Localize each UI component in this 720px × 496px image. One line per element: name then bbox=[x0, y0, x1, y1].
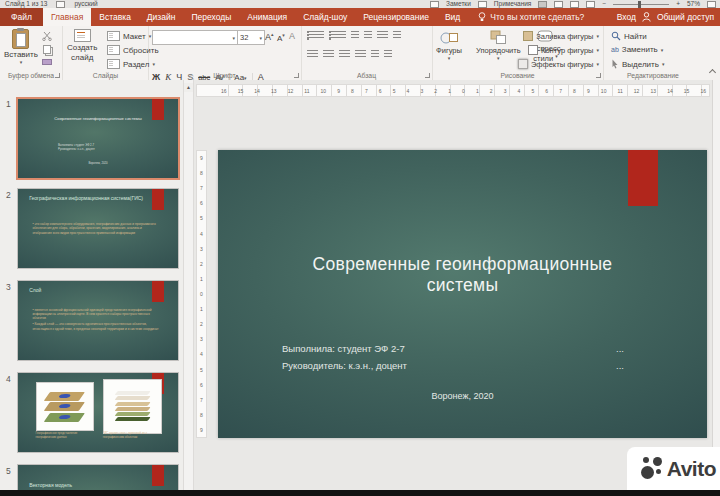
paragraph-dialog-launcher[interactable] bbox=[425, 73, 430, 78]
tab-переходы[interactable]: Переходы bbox=[183, 8, 239, 26]
tab-слайд-шоу[interactable]: Слайд-шоу bbox=[295, 8, 355, 26]
horizontal-ruler[interactable]: 1615141312111098765432101234567891011121… bbox=[196, 84, 710, 97]
font-dialog-launcher[interactable] bbox=[294, 73, 299, 78]
slide-canvas[interactable]: Современные геоинформационные системы Вы… bbox=[218, 150, 707, 438]
sign-in-link[interactable]: Вход bbox=[617, 12, 636, 22]
slide-subtitle-block[interactable]: Выполнила: студент ЭФ 2-7 ... Руководите… bbox=[282, 340, 624, 374]
shapes-button[interactable]: Фигуры ▾ bbox=[436, 30, 462, 60]
clear-formatting-button[interactable]: А bbox=[289, 31, 295, 41]
ruler-number: 16 bbox=[700, 88, 706, 94]
text-direction-icon[interactable] bbox=[393, 31, 401, 40]
slide-counter: Слайд 1 из 13 bbox=[5, 0, 47, 8]
thumb4-caption1: Географическое представление географичес… bbox=[36, 432, 92, 439]
format-painter-button[interactable] bbox=[42, 59, 52, 65]
copy-button[interactable] bbox=[43, 45, 51, 54]
shape-outline-button[interactable]: Контур фигуры ▾ bbox=[528, 45, 599, 55]
thumb4-caption2: ГИС хранит слои с привязкой их к географ… bbox=[103, 432, 161, 439]
tab-file[interactable]: Файл bbox=[0, 8, 43, 26]
tab-анимация[interactable]: Анимация bbox=[239, 8, 295, 26]
collapse-ribbon-button[interactable] bbox=[709, 68, 715, 74]
thumbnail-slide-1[interactable]: Современные геоинформационные системы Вы… bbox=[16, 97, 180, 180]
thumbnail-scrollbar[interactable]: ▲ bbox=[183, 80, 194, 490]
share-button[interactable]: Общий доступ bbox=[657, 12, 714, 22]
slides-group-label: Слайды bbox=[93, 72, 118, 79]
ribbon: Вставить ▾ Буфер обмена Со bbox=[0, 26, 720, 81]
ruler-number: 8 bbox=[573, 88, 576, 94]
ruler-number: 9 bbox=[337, 88, 340, 94]
thumbnail-slide-4[interactable]: Географическое представление географичес… bbox=[17, 372, 179, 453]
ruler-number: 5 bbox=[200, 215, 203, 221]
layout-button[interactable]: Макет ▾ bbox=[107, 31, 151, 41]
thumbnail-slide-3[interactable]: Слой является основной функциональной ед… bbox=[17, 280, 179, 361]
spellcheck-icon[interactable] bbox=[56, 1, 65, 8]
zoom-slider[interactable] bbox=[613, 4, 669, 5]
accent-rectangle bbox=[152, 465, 164, 486]
ruler-number: 12 bbox=[288, 88, 294, 94]
shape-fill-button[interactable]: Заливка фигуры ▾ bbox=[523, 31, 599, 41]
comments-toggle[interactable]: Примечания bbox=[494, 0, 532, 8]
ruler-number: 8 bbox=[200, 170, 203, 176]
zoom-slider-thumb[interactable] bbox=[638, 1, 641, 8]
shape-effects-button[interactable]: Эффекты фигуры ▾ bbox=[518, 59, 599, 69]
grow-font-button[interactable]: А▴ bbox=[265, 31, 274, 42]
advisor-dots: ... bbox=[616, 357, 624, 374]
paste-button[interactable]: Вставить ▾ bbox=[4, 29, 38, 64]
tab-главная[interactable]: Главная bbox=[43, 8, 91, 26]
replace-button[interactable]: ab Заменить ▾ bbox=[611, 45, 663, 54]
align-left-icon[interactable] bbox=[307, 50, 318, 59]
vertical-ruler[interactable]: 9876543210123456789 bbox=[196, 150, 207, 438]
paste-dropdown-arrow[interactable]: ▾ bbox=[20, 60, 23, 64]
tell-me-box[interactable]: Что вы хотите сделать? bbox=[468, 8, 594, 26]
thumb1-city: Воронеж, 2020 bbox=[18, 161, 178, 165]
select-button[interactable]: Выделить ▾ bbox=[611, 59, 664, 69]
align-center-icon[interactable] bbox=[323, 50, 334, 59]
cut-button[interactable] bbox=[42, 31, 52, 41]
language-indicator[interactable]: русский bbox=[74, 0, 97, 8]
cursor-icon bbox=[611, 59, 619, 69]
avito-watermark: Avito bbox=[627, 447, 720, 490]
notes-toggle[interactable]: Заметки bbox=[446, 0, 471, 8]
thumbnail-slide-5[interactable]: Векторная модель bbox=[17, 464, 179, 490]
ruler-number: 13 bbox=[650, 88, 656, 94]
find-button[interactable]: Найти bbox=[611, 31, 647, 41]
ruler-number: 4 bbox=[200, 351, 203, 357]
arrange-button[interactable]: Упорядочить ▾ bbox=[476, 30, 521, 60]
thumbnail-slide-2[interactable]: Географическая информационная система(ГИ… bbox=[17, 188, 179, 269]
shrink-font-button[interactable]: А▾ bbox=[277, 32, 285, 43]
slide-title[interactable]: Современные геоинформационные системы bbox=[218, 254, 707, 296]
slide-footer-city[interactable]: Воронеж, 2020 bbox=[218, 391, 707, 401]
reading-view-icon[interactable] bbox=[570, 1, 579, 8]
scroll-up-button[interactable]: ▲ bbox=[184, 83, 193, 92]
align-right-icon[interactable] bbox=[339, 50, 350, 59]
section-label: Раздел bbox=[123, 60, 149, 69]
tab-вид[interactable]: Вид bbox=[437, 8, 468, 26]
zoom-out-button[interactable]: − bbox=[602, 0, 606, 8]
zoom-in-button[interactable]: + bbox=[676, 0, 680, 8]
numbering-icon[interactable] bbox=[329, 31, 346, 40]
clipboard-dialog-launcher[interactable] bbox=[55, 73, 60, 78]
slideshow-view-icon[interactable] bbox=[586, 1, 595, 8]
tab-рецензирование[interactable]: Рецензирование bbox=[355, 8, 437, 26]
smartart-convert-icon[interactable] bbox=[384, 50, 392, 59]
line-spacing-icon[interactable] bbox=[377, 31, 388, 40]
slide-sorter-view-icon[interactable] bbox=[554, 1, 563, 8]
arrange-label: Упорядочить bbox=[476, 46, 521, 55]
zoom-level[interactable]: 57% bbox=[687, 0, 700, 8]
fit-to-window-icon[interactable] bbox=[707, 1, 716, 8]
bullets-icon[interactable] bbox=[307, 31, 324, 40]
new-slide-button[interactable]: Создать слайд bbox=[67, 29, 97, 62]
thumb-number-4: 4 bbox=[6, 374, 11, 384]
font-size-select[interactable]: 32▾ bbox=[237, 30, 265, 45]
increase-indent-icon[interactable] bbox=[364, 31, 372, 40]
normal-view-icon[interactable] bbox=[538, 1, 547, 8]
lightbulb-icon bbox=[478, 12, 486, 22]
tab-вставка[interactable]: Вставка bbox=[91, 8, 139, 26]
accent-rectangle-shape[interactable] bbox=[628, 150, 658, 206]
tab-дизайн[interactable]: Дизайн bbox=[139, 8, 184, 26]
justify-icon[interactable] bbox=[355, 50, 366, 59]
vertical-scrollbar[interactable] bbox=[712, 80, 720, 490]
font-name-select[interactable]: ▾ bbox=[152, 30, 238, 45]
decrease-indent-icon[interactable] bbox=[351, 31, 359, 40]
drawing-dialog-launcher[interactable] bbox=[596, 73, 601, 78]
columns-icon[interactable] bbox=[371, 50, 379, 59]
